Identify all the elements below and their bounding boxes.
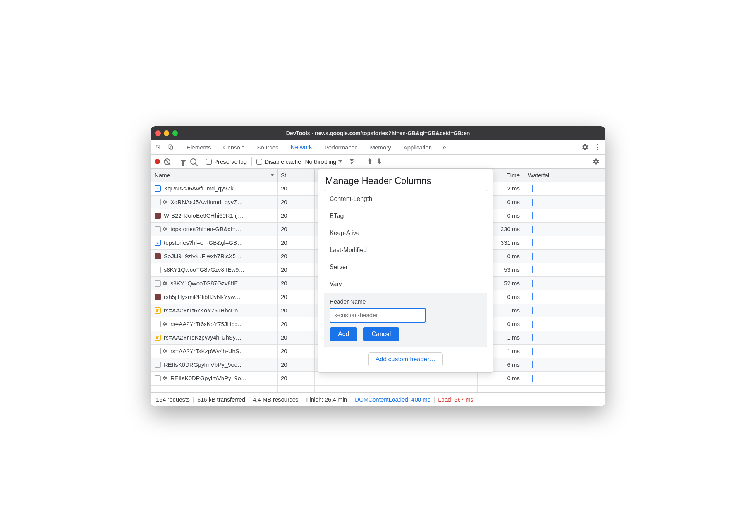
device-mode-icon[interactable] (165, 142, 176, 153)
tab-elements[interactable]: Elements (181, 140, 216, 154)
inspect-icon[interactable] (153, 142, 164, 153)
row-name: REIIsK0DRGpyImVbPy_9o… (170, 375, 247, 381)
row-waterfall (524, 263, 605, 276)
status-dcl: DOMContentLoaded: 400 ms (355, 396, 430, 403)
svg-point-3 (351, 163, 352, 164)
clear-icon[interactable] (164, 158, 170, 165)
header-column-item[interactable]: ETag (324, 208, 487, 225)
status-finish: Finish: 26.4 min (306, 396, 347, 403)
preserve-log-checkbox[interactable]: Preserve log (206, 158, 247, 165)
throttling-select[interactable]: No throttling (305, 158, 342, 165)
header-column-item[interactable]: Keep-Alive (324, 225, 487, 242)
search-icon[interactable] (190, 158, 196, 165)
row-name: rs=AA2YrTsKzpWy4h-UhSy… (164, 334, 241, 341)
row-status: 20 (278, 345, 315, 358)
document-icon: ≡ (155, 185, 161, 192)
column-name[interactable]: Name (151, 169, 278, 182)
add-custom-header-button[interactable]: Add custom header… (368, 352, 443, 366)
modal-list: Content-LengthETagKeep-AliveLast-Modifie… (324, 190, 487, 347)
kebab-menu-icon[interactable]: ⋮ (592, 142, 603, 153)
download-icon[interactable]: ⬇ (376, 157, 382, 166)
row-waterfall (524, 372, 605, 385)
gear-file-icon (155, 375, 161, 381)
header-name-input[interactable] (330, 308, 426, 323)
file-icon (155, 362, 161, 368)
tab-memory[interactable]: Memory (365, 140, 397, 154)
preserve-log-label: Preserve log (214, 158, 247, 165)
devtools-window: DevTools - news.google.com/topstories?hl… (151, 126, 605, 406)
row-waterfall (524, 290, 605, 304)
tab-network[interactable]: Network (285, 140, 318, 154)
status-load: Load: 567 ms (438, 396, 473, 403)
file-icon (155, 267, 161, 273)
gear-file-icon (155, 226, 161, 232)
upload-icon[interactable]: ⬆ (367, 157, 373, 166)
image-icon (155, 294, 161, 300)
manage-header-columns-modal: Manage Header Columns Content-LengthETag… (318, 169, 493, 373)
settings-icon[interactable] (580, 142, 591, 153)
row-status: 20 (278, 263, 315, 276)
status-transferred: 616 kB transferred (198, 396, 245, 403)
disable-cache-checkbox[interactable]: Disable cache (256, 158, 301, 165)
filter-icon[interactable] (180, 160, 186, 163)
status-resources: 4.4 MB resources (253, 396, 299, 403)
tab-performance[interactable]: Performance (319, 140, 363, 154)
row-status: 20 (278, 182, 315, 195)
row-waterfall (524, 358, 605, 371)
row-waterfall (524, 345, 605, 358)
header-column-item[interactable]: Server (324, 259, 487, 276)
gear-file-icon (155, 321, 161, 327)
statusbar: 154 requests| 616 kB transferred| 4.4 MB… (151, 392, 605, 406)
row-waterfall (524, 196, 605, 209)
row-status: 20 (278, 209, 315, 222)
header-column-item[interactable]: Content-Length (324, 190, 487, 208)
header-column-item[interactable]: Vary (324, 276, 487, 293)
titlebar: DevTools - news.google.com/topstories?hl… (151, 126, 605, 140)
row-name: topstories?hl=en-GB&gl=… (170, 226, 241, 232)
row-waterfall (524, 223, 605, 236)
row-name: rs=AA2YrTt6xKoY75JHbc… (170, 321, 243, 327)
row-name: XqRNAsJ5AwfIumd_qyvZk1… (164, 185, 242, 192)
divider (201, 157, 201, 166)
tab-application[interactable]: Application (398, 140, 437, 154)
row-waterfall (524, 250, 605, 263)
row-status: 20 (278, 236, 315, 249)
divider (251, 157, 252, 166)
row-name: XqRNAsJ5AwfIumd_qyvZ… (170, 199, 243, 205)
network-toolbar: Preserve log Disable cache No throttling… (151, 155, 605, 169)
status-requests: 154 requests (156, 396, 190, 403)
row-name: s8KY1QwooTG87Gzv8fIE… (170, 280, 244, 287)
column-waterfall[interactable]: Waterfall (524, 169, 605, 182)
divider (175, 157, 175, 166)
add-button[interactable]: Add (330, 327, 357, 341)
divider (577, 143, 577, 151)
row-status: 20 (278, 196, 315, 209)
record-button[interactable] (155, 159, 160, 164)
gear-file-icon (155, 199, 161, 205)
script-icon: ◧ (155, 307, 161, 314)
row-status: 20 (278, 317, 315, 331)
modal-title: Manage Header Columns (318, 169, 493, 190)
cancel-button[interactable]: Cancel (363, 327, 399, 341)
more-tabs-icon[interactable]: » (439, 142, 450, 153)
gear-file-icon (155, 348, 161, 354)
row-name: rxh5jjHyxmiPPtibfIJvNkYyw… (164, 293, 241, 300)
header-column-item[interactable]: Last-Modified (324, 242, 487, 259)
panel-settings-icon[interactable] (591, 156, 601, 167)
row-status: 20 (278, 277, 315, 290)
row-name: SoJfJ9_9zIykuFIwxb7RjcX5… (164, 253, 242, 259)
chevron-down-icon (338, 160, 342, 163)
script-icon: ◧ (155, 335, 161, 341)
row-status: 20 (278, 290, 315, 304)
row-waterfall (524, 209, 605, 222)
table-row[interactable]: REIIsK0DRGpyImVbPy_9o…200 ms (151, 372, 605, 385)
column-status[interactable]: St (278, 169, 315, 182)
row-name: rs=AA2YrTt6xKoY75JHbcPn… (164, 307, 244, 314)
row-name: topstories?hl=en-GB&gl=GB… (164, 239, 243, 246)
row-status: 20 (278, 223, 315, 236)
wifi-icon[interactable] (346, 156, 357, 167)
header-name-section: Header Name Add Cancel (324, 293, 487, 347)
row-waterfall (524, 236, 605, 249)
tab-sources[interactable]: Sources (252, 140, 284, 154)
tab-console[interactable]: Console (218, 140, 250, 154)
